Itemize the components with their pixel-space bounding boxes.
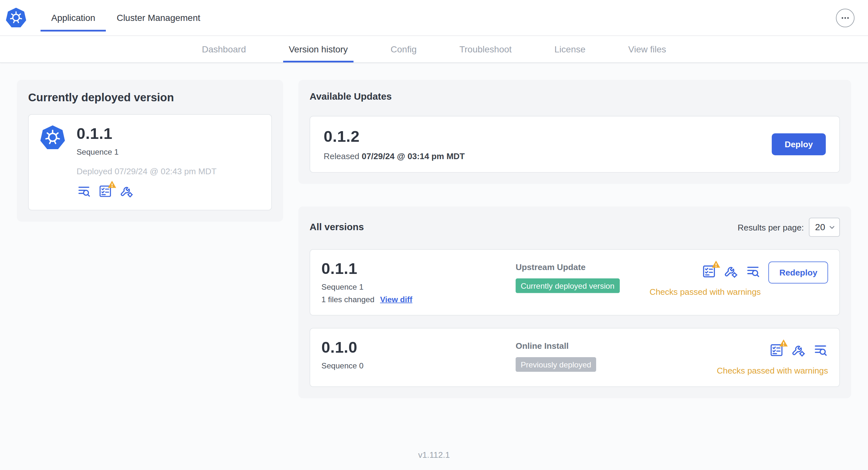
ellipsis-icon xyxy=(840,13,850,23)
tab-view-files-label: View files xyxy=(628,44,666,54)
warning-triangle-icon xyxy=(107,180,117,191)
redeploy-button[interactable]: Redeploy xyxy=(769,262,828,283)
preflight-checklist-icon[interactable] xyxy=(98,184,112,198)
update-version-number: 0.1.2 xyxy=(324,128,465,146)
release-notes-icon[interactable] xyxy=(813,343,828,358)
available-update-card: 0.1.2 Released 07/29/24 @ 03:14 pm MDT D… xyxy=(309,116,840,173)
more-menu-button[interactable] xyxy=(836,8,855,27)
tab-cluster-management-label: Cluster Management xyxy=(117,12,200,23)
currently-deployed-panel: Currently deployed version xyxy=(17,80,283,222)
chevron-down-icon xyxy=(829,224,836,231)
deploy-button[interactable]: Deploy xyxy=(772,133,826,155)
version-source-label: Online Install xyxy=(516,341,717,350)
files-changed-label: 1 files changed xyxy=(321,295,374,304)
config-wrench-gear-icon[interactable] xyxy=(723,264,739,279)
version-row-0-1-1: 0.1.1 Sequence 1 1 files changed View di… xyxy=(309,249,840,315)
tab-license[interactable]: License xyxy=(549,36,591,62)
config-wrench-gear-icon[interactable] xyxy=(791,343,806,358)
config-wrench-gear-icon[interactable] xyxy=(119,184,134,198)
deployed-sequence: Sequence 1 xyxy=(76,147,217,156)
checks-status-text: Checks passed with warnings xyxy=(717,366,828,375)
row-version-number: 0.1.1 xyxy=(321,260,516,278)
tab-version-history-label: Version history xyxy=(288,44,348,54)
results-per-page-value: 20 xyxy=(815,222,825,232)
release-notes-icon[interactable] xyxy=(76,184,91,198)
tab-troubleshoot-label: Troubleshoot xyxy=(459,44,512,54)
deployed-timestamp: Deployed 07/29/24 @ 02:43 pm MDT xyxy=(76,167,217,176)
tab-version-history[interactable]: Version history xyxy=(283,36,353,62)
update-released-line: Released 07/29/24 @ 03:14 pm MDT xyxy=(324,152,465,161)
console-version: v1.112.1 xyxy=(418,450,450,459)
app-subnav: Dashboard Version history Config Trouble… xyxy=(0,36,868,63)
available-updates-panel: Available Updates 0.1.2 Released 07/29/2… xyxy=(298,80,851,184)
all-versions-panel: All versions Results per page: 20 xyxy=(298,206,851,398)
row-sequence: Sequence 0 xyxy=(321,361,516,370)
tab-view-files[interactable]: View files xyxy=(623,36,672,62)
currently-deployed-title: Currently deployed version xyxy=(28,91,272,104)
tab-config[interactable]: Config xyxy=(385,36,423,62)
main-content: Currently deployed version xyxy=(0,63,868,439)
deployed-version-number: 0.1.1 xyxy=(76,125,217,143)
warning-triangle-icon xyxy=(779,338,788,350)
results-per-page-select[interactable]: 20 xyxy=(809,217,840,237)
page-footer: v1.112.1 xyxy=(0,439,868,470)
kubernetes-logo-icon xyxy=(5,0,26,35)
available-updates-title: Available Updates xyxy=(309,91,840,102)
row-sequence: Sequence 1 xyxy=(321,282,516,291)
version-row-0-1-0: 0.1.0 Sequence 0 Online Install Previous… xyxy=(309,328,840,387)
view-diff-link[interactable]: View diff xyxy=(380,295,412,304)
tab-application[interactable]: Application xyxy=(40,0,106,35)
all-versions-title: All versions xyxy=(309,222,364,233)
kubernetes-app-icon xyxy=(40,125,65,198)
top-header: Application Cluster Management xyxy=(0,0,868,36)
row-version-number: 0.1.0 xyxy=(321,338,516,357)
tab-license-label: License xyxy=(554,44,586,54)
results-per-page-label: Results per page: xyxy=(738,223,804,232)
checks-status-text: Checks passed with warnings xyxy=(650,287,761,296)
preflight-checklist-icon[interactable] xyxy=(702,264,717,279)
release-notes-icon[interactable] xyxy=(745,264,761,279)
tab-dashboard[interactable]: Dashboard xyxy=(196,36,252,62)
tab-application-label: Application xyxy=(51,12,95,23)
tab-cluster-management[interactable]: Cluster Management xyxy=(106,0,211,35)
preflight-checklist-icon[interactable] xyxy=(769,343,784,358)
currently-deployed-card: 0.1.1 Sequence 1 Deployed 07/29/24 @ 02:… xyxy=(28,114,272,210)
tab-config-label: Config xyxy=(391,44,416,54)
status-badge-previous: Previously deployed xyxy=(516,357,596,372)
version-source-label: Upstream Update xyxy=(516,262,650,272)
status-badge-deployed: Currently deployed version xyxy=(516,278,620,293)
tab-troubleshoot[interactable]: Troubleshoot xyxy=(454,36,517,62)
warning-triangle-icon xyxy=(712,260,721,271)
tab-dashboard-label: Dashboard xyxy=(202,44,246,54)
app-root: Application Cluster Management Dashboard… xyxy=(0,0,868,470)
